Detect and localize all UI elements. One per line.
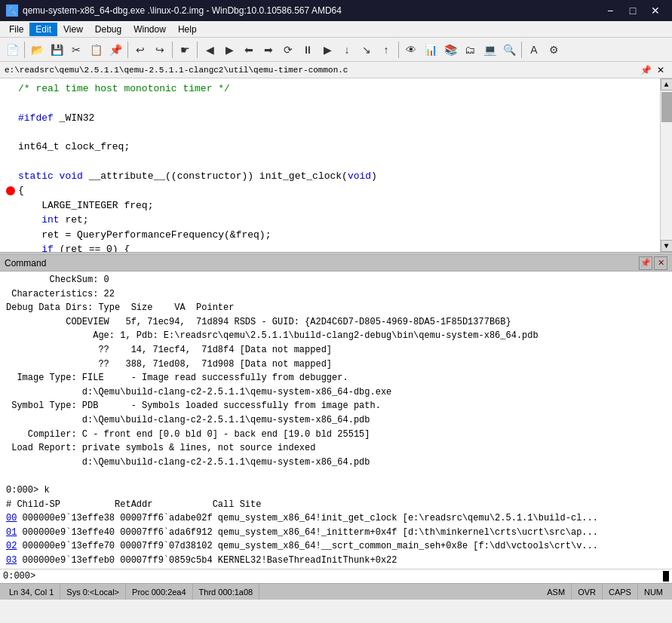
title-buttons: − □ ✕ [600, 0, 666, 21]
minimize-button[interactable]: − [600, 0, 621, 21]
toolbar-next[interactable]: ▶ [220, 41, 238, 59]
status-caps: CAPS [603, 584, 638, 600]
menu-edit[interactable]: Edit [29, 23, 57, 36]
cmd-line-9: d:\Qemu\build-clang-c2-2.5.1.1\qemu-syst… [6, 385, 666, 400]
cmd-line-18: 00 000000e9`13effe38 00007ff6`adabe02f q… [6, 511, 666, 526]
cmd-line-3: Debug Data Dirs: Type Size VA Pointer [6, 301, 666, 315]
address-icons: 📌 ✕ [639, 63, 667, 77]
cmd-line-6: ?? 14, 71ecf4, 71d8f4 [Data not mapped] [6, 343, 666, 358]
toolbar-mem[interactable]: 💻 [480, 41, 499, 59]
toolbar-sep-4 [197, 41, 198, 58]
breakpoint-marker [6, 186, 15, 195]
stack-link-3[interactable]: 03 [6, 555, 17, 566]
menu-view[interactable]: View [57, 23, 89, 36]
code-line-3: #ifdef _WIN32 [6, 111, 654, 126]
toolbar-prev[interactable]: ◀ [201, 41, 219, 59]
toolbar-cut[interactable]: ✂ [67, 41, 85, 59]
address-bar: e:\readsrc\qemu\2.5.1.1\qemu-2.5.1.1-cla… [0, 62, 672, 78]
toolbar-font[interactable]: A [525, 41, 543, 59]
cmd-line-20: 02 000000e9`13effe70 00007ff9`07d38102 q… [6, 539, 666, 554]
toolbar-disasm[interactable]: 🔍 [500, 41, 518, 59]
cmd-line-16: 0:000> k [6, 483, 666, 498]
toolbar-out[interactable]: ↑ [377, 41, 395, 59]
maximize-button[interactable]: □ [622, 0, 643, 21]
code-line-5: int64_t clock_freq; [6, 140, 654, 155]
menu-window[interactable]: Window [127, 23, 172, 36]
cmd-line-8: Image Type: FILE - Image read successful… [6, 371, 666, 385]
close-button[interactable]: ✕ [645, 0, 666, 21]
code-line-12: if (ret == 0) { [6, 242, 654, 252]
toolbar-copy[interactable]: 📋 [87, 41, 105, 59]
cmd-line-12: Compiler: C - front end [0.0 bld 0] - ba… [6, 428, 666, 442]
toolbar-save[interactable]: 💾 [48, 41, 66, 59]
status-ovr: OVR [572, 584, 603, 600]
addr-close-button[interactable]: ✕ [654, 63, 667, 77]
toolbar-watch[interactable]: 👁 [402, 41, 420, 59]
command-panel: Command 📌 ✕ CheckSum: 0 Characteristics:… [0, 255, 672, 583]
scroll-down-arrow[interactable]: ▼ [661, 240, 673, 252]
toolbar-break[interactable]: ⏸ [299, 41, 317, 59]
toolbar-step[interactable]: ↓ [338, 41, 356, 59]
cmd-line-4: CODEVIEW 5f, 71ec94, 71d894 RSDS - GUID:… [6, 315, 666, 330]
stack-link-2[interactable]: 02 [6, 541, 17, 551]
toolbar-locals[interactable]: 📊 [422, 41, 440, 59]
code-scrollbar[interactable]: ▲ ▼ [660, 78, 672, 252]
code-line-7: static void __attribute__((constructor))… [6, 169, 654, 184]
toolbar-prev2[interactable]: ⬅ [240, 41, 258, 59]
code-line-1: /* real time host monotonic timer */ [6, 81, 654, 97]
command-header: Command 📌 ✕ [0, 255, 672, 272]
menu-help[interactable]: Help [172, 23, 203, 36]
toolbar-regs[interactable]: 🗂 [461, 41, 479, 59]
status-ln: Ln 34, Col 1 [3, 584, 60, 600]
toolbar-run[interactable]: ▶ [318, 41, 336, 59]
cursor-block [663, 571, 669, 582]
cmd-line-1: CheckSum: 0 [6, 273, 666, 287]
cmd-line-2: Characteristics: 22 [6, 287, 666, 302]
code-line-9: LARGE_INTEGER freq; [6, 198, 654, 213]
menu-file[interactable]: File [3, 23, 29, 36]
code-line-6 [6, 155, 654, 169]
toolbar-new[interactable]: 📄 [3, 41, 21, 59]
command-pin-button[interactable]: 📌 [639, 256, 652, 270]
toolbar-sep-1 [24, 41, 25, 58]
cmd-line-21: 03 000000e9`13effeb0 00007ff9`0859c5b4 K… [6, 554, 666, 568]
addr-pin-button[interactable]: 📌 [639, 63, 652, 77]
app-icon: 🔧 [6, 5, 18, 17]
toolbar-next2[interactable]: ➡ [259, 41, 278, 59]
toolbar-sep-3 [172, 41, 173, 58]
toolbar-undo[interactable]: ↩ [131, 41, 149, 59]
toolbar-paste[interactable]: 📌 [106, 41, 124, 59]
stack-link-0[interactable]: 00 [6, 513, 17, 523]
command-header-buttons: 📌 ✕ [639, 256, 667, 270]
status-thrd: Thrd 000:1a08 [193, 584, 260, 600]
scroll-up-arrow[interactable]: ▲ [661, 78, 673, 91]
toolbar-sep-6 [521, 41, 522, 58]
cmd-line-14: d:\Qemu\build-clang-c2-2.5.1.1\qemu-syst… [6, 456, 666, 470]
scroll-thumb[interactable] [661, 92, 672, 122]
code-line-10: int ret; [6, 213, 654, 228]
toolbar-refresh[interactable]: ⟳ [279, 41, 297, 59]
command-input[interactable] [37, 571, 663, 582]
cmd-line-13: Load Report: private symbols & lines, no… [6, 441, 666, 456]
code-line-4 [6, 125, 654, 140]
toolbar-settings[interactable]: ⚙ [545, 41, 563, 59]
cmd-line-7: ?? 388, 71ed08, 71d908 [Data not mapped] [6, 358, 666, 372]
command-close-button[interactable]: ✕ [654, 256, 667, 270]
code-line-2 [6, 97, 654, 111]
toolbar-hand[interactable]: ☛ [176, 41, 194, 59]
toolbar-sep-2 [127, 41, 128, 58]
cmd-line-10: Symbol Type: PDB - Symbols loaded succes… [6, 399, 666, 413]
stack-link-1[interactable]: 01 [6, 527, 17, 538]
toolbar-over[interactable]: ↘ [357, 41, 376, 59]
cmd-line-19: 01 000000e9`13effe40 00007ff6`ada6f912 q… [6, 526, 666, 540]
code-content[interactable]: /* real time host monotonic timer */ #if… [0, 78, 660, 252]
status-bar: Ln 34, Col 1 Sys 0:<Local> Proc 000:2ea4… [0, 583, 672, 600]
toolbar-stack[interactable]: 📚 [441, 41, 459, 59]
command-title: Command [5, 258, 46, 269]
title-left: 🔧 qemu-system-x86_64-dbg.exe .\linux-0.2… [6, 5, 342, 17]
toolbar-redo[interactable]: ↪ [151, 41, 169, 59]
toolbar-open[interactable]: 📂 [28, 41, 46, 59]
command-prompt: 0:000> [3, 571, 35, 582]
menu-debug[interactable]: Debug [89, 23, 127, 36]
code-line-8: { [6, 183, 654, 198]
